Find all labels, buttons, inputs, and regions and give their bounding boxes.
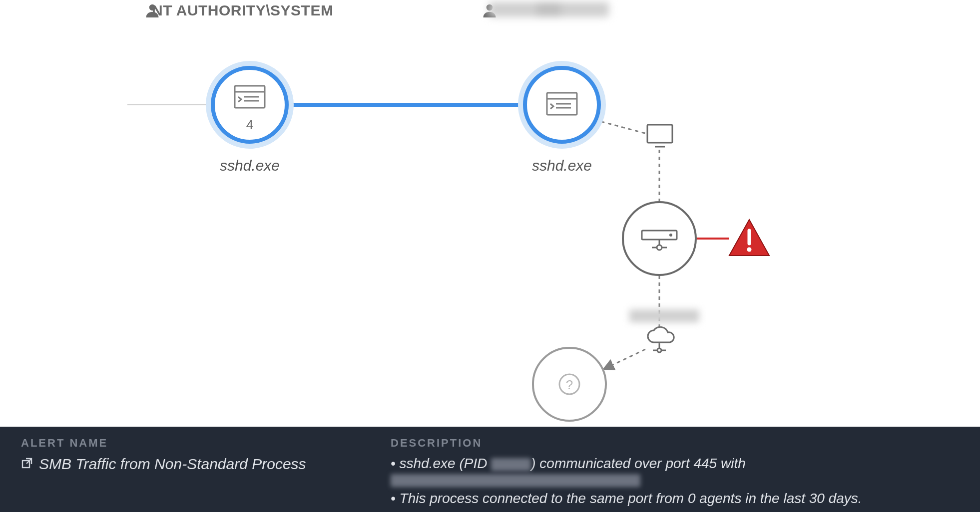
user-right [482, 2, 609, 17]
node-network [623, 202, 696, 275]
node-parent-process [206, 61, 294, 149]
svg-point-14 [623, 202, 696, 275]
description-section-header: DESCRIPTION [391, 437, 959, 450]
svg-text:?: ? [566, 377, 573, 392]
alert-name-row[interactable]: SMB Traffic from Non-Standard Process [21, 456, 361, 473]
node-parent-count: 4 [246, 117, 253, 133]
cloud-host-redacted [629, 309, 699, 322]
alert-icon [729, 220, 769, 256]
svg-point-25 [657, 348, 661, 352]
pid-redacted [491, 458, 531, 471]
svg-point-31 [149, 4, 156, 11]
alert-name: SMB Traffic from Non-Standard Process [39, 456, 306, 473]
edge-cloud-unknown [603, 349, 645, 369]
alert-panel: ALERT NAME SMB Traffic from Non-Standard… [0, 427, 980, 512]
user-right-label-redacted [489, 2, 609, 17]
svg-point-23 [747, 248, 752, 252]
node-parent-label[interactable]: sshd.exe [220, 157, 280, 174]
alert-section-header: ALERT NAME [21, 437, 361, 450]
monitor-icon [647, 125, 672, 147]
description-line-1: sshd.exe (PID ) communicated over port 4… [391, 456, 959, 488]
external-link-icon [21, 456, 33, 473]
cloud-icon [648, 327, 674, 352]
node-child-label[interactable]: sshd.exe [532, 157, 592, 174]
description-line-2: This process connected to the same port … [391, 491, 959, 507]
host-redacted [391, 474, 640, 487]
svg-point-16 [669, 234, 672, 237]
user-left-label: NT AUTHORITY\SYSTEM [152, 2, 333, 19]
process-graph: ? NT AUTHORITY\SYSTEM 4 sshd.exe sshd.ex… [0, 0, 980, 427]
description-list: sshd.exe (PID ) communicated over port 4… [391, 456, 959, 510]
svg-point-7 [525, 68, 599, 142]
user-left: NT AUTHORITY\SYSTEM [145, 2, 333, 19]
node-child-process [518, 61, 606, 149]
node-unknown: ? [533, 348, 606, 421]
svg-rect-12 [647, 125, 672, 143]
